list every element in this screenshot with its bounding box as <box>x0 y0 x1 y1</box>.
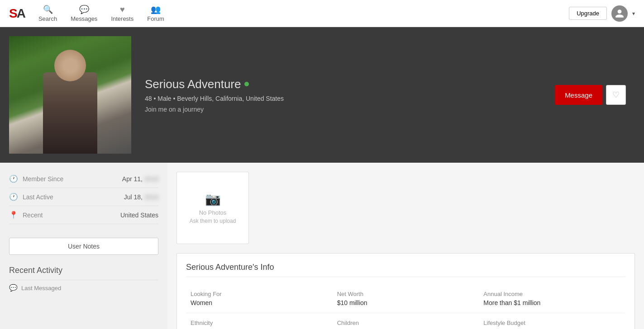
upgrade-button[interactable]: Upgrade <box>569 7 607 20</box>
right-panel: 📷 No Photos Ask them to upload Serious A… <box>167 163 644 329</box>
clock-icon: 🕐 <box>9 174 18 183</box>
search-icon: 🔍 <box>43 5 53 14</box>
nav-forum-label: Forum <box>147 15 164 22</box>
main-nav: 🔍 Search 💬 Messages ♥ Interests 👥 Forum <box>38 5 569 22</box>
message-activity-icon: 💬 <box>9 284 18 292</box>
last-active-value: Jul 18, 2024 <box>124 193 158 201</box>
recent-activity-section: Recent Activity 💬 Last Messaged <box>0 261 167 300</box>
interests-icon: ♥ <box>120 5 125 14</box>
nav-search-label: Search <box>38 15 57 22</box>
annual-income-label: Annual Income <box>483 291 621 297</box>
info-title: Serious Adventure's Info <box>186 263 625 277</box>
favorite-button[interactable]: ♡ <box>606 85 626 105</box>
looking-for-label: Looking For <box>191 291 328 297</box>
last-active-label: Last Active <box>23 193 124 201</box>
recent-label: Recent <box>23 212 120 219</box>
no-photos-label: No Photos <box>199 209 227 216</box>
sidebar-meta: 🕐 Member Since Apr 11, 2019 🕐 Last Activ… <box>0 163 167 231</box>
camera-icon: 📷 <box>205 192 221 207</box>
profile-photo-wrap <box>9 36 131 154</box>
ask-upload-label: Ask them to upload <box>190 218 236 224</box>
annual-income-value: More than $1 million <box>483 299 621 306</box>
member-since-label: Member Since <box>23 175 122 183</box>
info-ethnicity: Ethnicity White / Caucasian <box>186 313 333 329</box>
nav-search[interactable]: 🔍 Search <box>38 5 57 22</box>
clock-icon-2: 🕐 <box>9 193 18 201</box>
profile-meta: 48 • Male • Beverly Hills, California, U… <box>145 95 555 102</box>
location-icon: 📍 <box>9 211 18 219</box>
recent-activity-title: Recent Activity <box>9 266 158 275</box>
avatar[interactable] <box>611 5 628 22</box>
looking-for-value: Women <box>191 299 328 306</box>
info-grid: Looking For Women Net Worth $10 million … <box>186 284 625 329</box>
member-since-value: Apr 11, 2019 <box>122 175 158 183</box>
last-active-row: 🕐 Last Active Jul 18, 2024 <box>9 188 158 206</box>
logo: SA <box>9 6 25 21</box>
online-indicator <box>244 82 249 86</box>
profile-tagline: Join me on a journey <box>145 106 555 113</box>
header: SA 🔍 Search 💬 Messages ♥ Interests 👥 For… <box>0 0 644 27</box>
activity-row-last-messaged: 💬 Last Messaged <box>9 280 158 296</box>
info-looking-for: Looking For Women <box>186 284 333 313</box>
user-notes-button[interactable]: User Notes <box>9 238 158 255</box>
message-button[interactable]: Message <box>555 85 602 105</box>
nav-interests[interactable]: ♥ Interests <box>111 5 134 22</box>
profile-banner: Serious Adventure 48 • Male • Beverly Hi… <box>0 27 644 163</box>
ethnicity-label: Ethnicity <box>191 320 328 326</box>
profile-name: Serious Adventure <box>145 77 555 91</box>
info-lifestyle-budget: Lifestyle Budget Highⓘ <box>479 313 625 329</box>
messages-icon: 💬 <box>79 5 89 14</box>
header-right: Upgrade ▾ <box>569 5 635 22</box>
no-photos-box: 📷 No Photos Ask them to upload <box>177 172 249 244</box>
nav-forum[interactable]: 👥 Forum <box>147 5 164 22</box>
sidebar: 🕐 Member Since Apr 11, 2019 🕐 Last Activ… <box>0 163 167 329</box>
recent-row: 📍 Recent United States <box>9 206 158 224</box>
info-net-worth: Net Worth $10 million <box>333 284 479 313</box>
main-content: 🕐 Member Since Apr 11, 2019 🕐 Last Activ… <box>0 163 644 329</box>
net-worth-value: $10 million <box>337 299 475 306</box>
avatar-dropdown-arrow[interactable]: ▾ <box>632 10 635 17</box>
recent-value: United States <box>120 212 158 219</box>
profile-info: Serious Adventure 48 • Male • Beverly Hi… <box>145 77 555 113</box>
nav-messages[interactable]: 💬 Messages <box>71 5 97 22</box>
children-label: Children <box>337 320 475 326</box>
info-children: Children 0 <box>333 313 479 329</box>
info-annual-income: Annual Income More than $1 million <box>479 284 625 313</box>
profile-name-text: Serious Adventure <box>145 77 241 91</box>
profile-photo <box>9 36 131 154</box>
forum-icon: 👥 <box>151 5 161 14</box>
member-since-row: 🕐 Member Since Apr 11, 2019 <box>9 170 158 188</box>
profile-actions: Message ♡ <box>555 85 626 105</box>
net-worth-label: Net Worth <box>337 291 475 297</box>
nav-messages-label: Messages <box>71 15 97 22</box>
nav-interests-label: Interests <box>111 15 134 22</box>
lifestyle-budget-label: Lifestyle Budget <box>483 320 621 326</box>
activity-label: Last Messaged <box>21 285 61 291</box>
info-section: Serious Adventure's Info Looking For Wom… <box>177 253 635 329</box>
